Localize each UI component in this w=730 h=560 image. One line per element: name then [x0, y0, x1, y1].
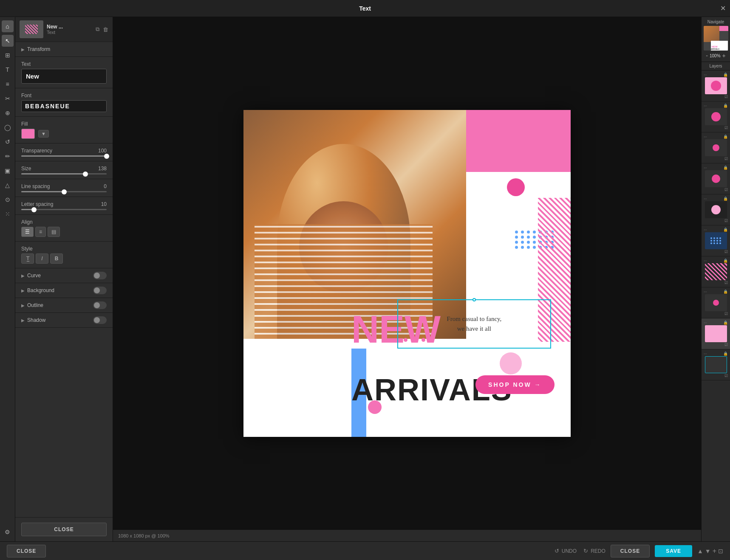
background-toggle-row[interactable]: ▶ Background: [15, 283, 113, 298]
navigate-section: Navigate NEW ARRIVALS - 100% +: [702, 17, 730, 62]
paint-icon[interactable]: ✏: [2, 150, 14, 162]
dots-icon[interactable]: ⁙: [2, 208, 14, 220]
layer-item-6[interactable]: ··· 🔒 ☑: [702, 225, 730, 256]
layers-label: Layers: [702, 62, 730, 70]
navigate-thumb: NEW ARRIVALS: [704, 26, 728, 51]
fill-dropdown-button[interactable]: ▼: [38, 130, 49, 138]
curve-label: Curve: [27, 273, 41, 279]
layer-item-4[interactable]: ··· 🔒 ☑: [702, 163, 730, 194]
background-label: Background: [27, 287, 54, 293]
align-left-button[interactable]: ☰: [21, 227, 34, 237]
align-center-button[interactable]: ≡: [35, 227, 46, 237]
text-input[interactable]: [21, 69, 107, 84]
bottom-close2-button[interactable]: CLOSE: [611, 545, 650, 557]
right-layers-panel: Navigate NEW ARRIVALS - 100% + Layers ··…: [701, 17, 730, 541]
canvas-frame: NEW ARRIVALS From casual to fancy, we ha…: [243, 110, 571, 437]
align-section: Align ☰ ≡ ▤: [15, 215, 113, 242]
select-icon[interactable]: ↖: [2, 35, 14, 47]
style-label: Style: [21, 246, 107, 252]
fill-icon[interactable]: ▣: [2, 165, 14, 177]
canvas-scroll[interactable]: NEW ARRIVALS From casual to fancy, we ha…: [113, 17, 701, 529]
transparency-value: 100: [98, 148, 107, 154]
canvas-tagline1: From casual to fancy,: [447, 314, 501, 324]
fill-section: Fill ▼: [15, 117, 113, 144]
style-section: Style T̲ I B: [15, 242, 113, 268]
globe-icon[interactable]: ⊙: [2, 194, 14, 205]
settings-icon[interactable]: ⚙: [2, 526, 14, 538]
layer-item-3[interactable]: ··· 🔒 ☑: [702, 132, 730, 163]
shadow-toggle-row[interactable]: ▶ Shadow: [15, 313, 113, 328]
layer-item-1[interactable]: ··· 🔒 ☑: [702, 70, 730, 101]
undo-button[interactable]: ↺ UNDO: [555, 548, 577, 554]
layer-item-2[interactable]: ··· 🔒 ☑: [702, 101, 730, 132]
undo-tool-icon[interactable]: ↺: [2, 136, 14, 148]
letter-spacing-label: Letter spacing: [21, 201, 53, 207]
style-bold-button[interactable]: B: [50, 253, 63, 264]
layer-item-10[interactable]: ··· 🔒 ☑: [702, 349, 730, 380]
bottom-close-button[interactable]: CLOSE: [7, 545, 46, 557]
layer-item-8[interactable]: ··· 🔒 ☑: [702, 287, 730, 318]
zoom-in-button[interactable]: +: [722, 52, 726, 59]
letter-spacing-section: Letter spacing 10: [15, 197, 113, 215]
layer-info: New ... Text: [47, 24, 92, 35]
transparency-section: Transparency 100: [15, 144, 113, 161]
size-slider[interactable]: [21, 173, 107, 174]
fill-color-box[interactable]: [21, 129, 35, 139]
layer-thumb: [20, 20, 43, 38]
layer-delete-button[interactable]: 🗑: [103, 26, 108, 33]
line-spacing-label: Line spacing: [21, 183, 50, 189]
left-close-button[interactable]: CLOSE: [21, 523, 107, 536]
font-label: Font: [21, 93, 107, 98]
home-icon[interactable]: ⌂: [2, 20, 14, 32]
font-input[interactable]: [21, 100, 107, 112]
layer-duplicate-button[interactable]: ⧉: [96, 26, 99, 33]
curve-toggle[interactable]: [93, 272, 107, 279]
layer-item-9[interactable]: ··· 🔒 ☑: [702, 318, 730, 349]
layer-item-5[interactable]: ··· 🔒 ☑: [702, 194, 730, 225]
text-icon[interactable]: T: [2, 64, 14, 76]
lines-icon[interactable]: ≡: [2, 78, 14, 90]
triangle-icon[interactable]: △: [2, 179, 14, 191]
outline-toggle-row[interactable]: ▶ Outline: [15, 298, 113, 313]
size-label: Size: [21, 166, 31, 172]
layer-item-7[interactable]: ··· 🔒 ☑: [702, 256, 730, 287]
style-normal-button[interactable]: T̲: [21, 253, 34, 264]
text-section: Text: [15, 57, 113, 88]
size-section: Size 138: [15, 161, 113, 179]
curve-toggle-row[interactable]: ▶ Curve: [15, 268, 113, 283]
selection-handle-top: [473, 298, 476, 301]
transform-section[interactable]: ▶ Transform: [15, 42, 113, 57]
transparency-slider[interactable]: [21, 155, 107, 157]
fill-label: Fill: [21, 121, 107, 127]
top-close-button[interactable]: ✕: [720, 4, 726, 12]
layer-name: New ...: [47, 24, 92, 30]
save-button[interactable]: SAVE: [655, 545, 692, 557]
redo-button[interactable]: ↻ REDO: [583, 548, 606, 554]
navigate-label: Navigate: [703, 20, 728, 24]
adjust-icon[interactable]: ⊕: [2, 107, 14, 119]
canvas-pink-circle-bl: [368, 400, 382, 414]
outline-toggle[interactable]: [93, 301, 107, 309]
grid-icon[interactable]: ⊞: [2, 49, 14, 61]
layer-sub: Text: [47, 30, 92, 35]
transform-label: Transform: [27, 46, 50, 52]
cut-icon[interactable]: ✂: [2, 93, 14, 104]
canvas-pink-top-rect: [466, 110, 571, 172]
line-spacing-section: Line spacing 0: [15, 179, 113, 197]
align-right-button[interactable]: ▤: [48, 227, 60, 237]
background-toggle[interactable]: [93, 287, 107, 294]
letter-spacing-slider[interactable]: [21, 209, 107, 210]
zoom-out-button[interactable]: -: [706, 52, 708, 59]
nav-arrows[interactable]: ▲ ▼ + ⊡: [697, 547, 723, 555]
style-italic-button[interactable]: I: [36, 253, 48, 264]
shadow-toggle[interactable]: [93, 316, 107, 324]
canvas-shop-button[interactable]: SHOP NOW →: [475, 375, 554, 394]
panel-title: Text: [245, 5, 485, 12]
font-section: Font: [15, 88, 113, 117]
canvas-status: 1080 x 1080 px @ 100%: [113, 529, 701, 541]
circle-tool-icon[interactable]: ◯: [2, 121, 14, 133]
line-spacing-slider[interactable]: [21, 191, 107, 192]
canvas-pink-dots-row: [404, 338, 434, 342]
letter-spacing-value: 10: [101, 201, 107, 207]
tool-sidebar: ⌂ ↖ ⊞ T ≡ ✂ ⊕ ◯ ↺ ✏ ▣ △ ⊙ ⁙ ⚙: [0, 17, 15, 541]
